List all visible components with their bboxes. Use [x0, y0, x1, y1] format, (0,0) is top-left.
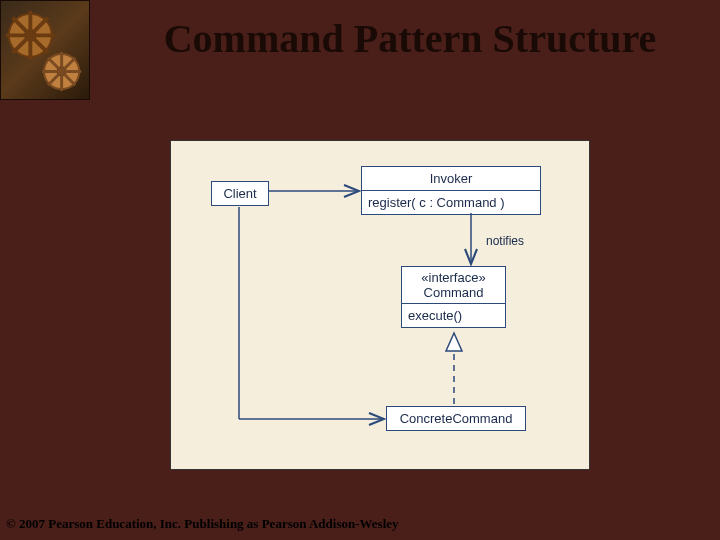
command-method: execute() [402, 304, 505, 327]
command-name: Command [408, 285, 499, 300]
copyright-footer: © 2007 Pearson Education, Inc. Publishin… [6, 516, 399, 532]
class-invoker-name: Invoker [362, 167, 540, 191]
class-invoker: Invoker register( c : Command ) [361, 166, 541, 215]
svg-marker-15 [446, 333, 462, 351]
interface-command-header: «interface» Command [402, 267, 505, 304]
page-title: Command Pattern Structure [110, 15, 710, 62]
relation-notifies-label: notifies [486, 234, 524, 248]
gears-logo [0, 0, 90, 100]
concrete-command-name: ConcreteCommand [387, 407, 525, 430]
class-invoker-method: register( c : Command ) [362, 191, 540, 214]
uml-diagram: Client Invoker register( c : Command ) «… [170, 140, 590, 470]
class-concrete-command: ConcreteCommand [386, 406, 526, 431]
interface-command: «interface» Command execute() [401, 266, 506, 328]
command-stereotype: «interface» [408, 270, 499, 285]
class-client: Client [211, 181, 269, 206]
class-client-name: Client [212, 182, 268, 205]
